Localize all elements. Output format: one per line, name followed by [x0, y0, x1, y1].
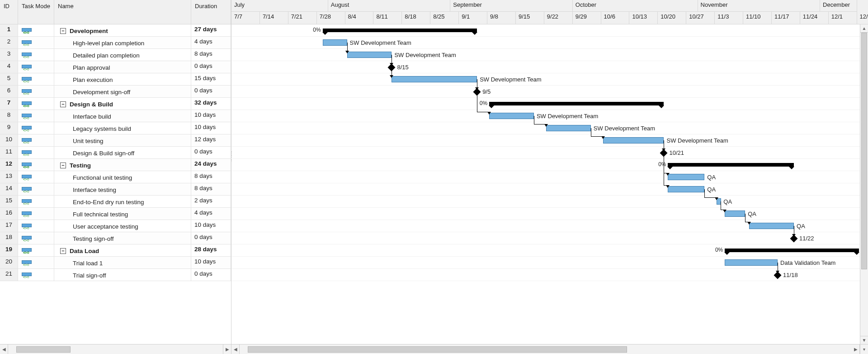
task-duration-cell[interactable]: 4 days — [191, 208, 231, 220]
month-header[interactable]: August — [328, 0, 450, 12]
week-header[interactable]: 10/6 — [601, 12, 630, 24]
row-id[interactable]: 2 — [0, 37, 18, 48]
week-header[interactable]: 11/3 — [715, 12, 743, 24]
week-header[interactable]: 7/21 — [288, 12, 317, 24]
scroll-up-icon[interactable]: ▲ — [860, 24, 868, 33]
task-row[interactable]: 16➪➪Full technical testing4 days — [0, 208, 231, 220]
row-id[interactable]: 15 — [0, 196, 18, 207]
task-name-cell[interactable]: Detailed plan completion — [54, 49, 191, 61]
row-id[interactable]: 19 — [0, 244, 18, 256]
task-row[interactable]: 14➪➪Interface testing8 days — [0, 183, 231, 196]
task-row[interactable]: 4➪➪Plan approval0 days — [0, 61, 231, 73]
week-header[interactable]: 11/10 — [743, 12, 772, 24]
row-id[interactable]: 18 — [0, 232, 18, 244]
row-id[interactable]: 1 — [0, 24, 18, 36]
task-name-cell[interactable]: Testing sign-off — [54, 232, 191, 244]
task-name-cell[interactable]: Plan approval — [54, 61, 191, 73]
task-row[interactable]: 3➪➪Detailed plan completion8 days — [0, 49, 231, 61]
task-name-cell[interactable]: Full technical testing — [54, 208, 191, 220]
task-name-cell[interactable]: Functional unit testing — [54, 171, 191, 183]
row-id[interactable]: 5 — [0, 73, 18, 85]
week-header[interactable]: 11/24 — [800, 12, 829, 24]
task-row[interactable]: 5➪➪Plan execution15 days — [0, 73, 231, 86]
row-id[interactable]: 17 — [0, 220, 18, 232]
scroll-down-icon[interactable]: ▼ — [860, 336, 868, 344]
task-duration-cell[interactable]: 0 days — [191, 86, 231, 97]
week-header[interactable]: 8/25 — [430, 12, 459, 24]
task-name-cell[interactable]: Interface build — [54, 110, 191, 122]
week-header[interactable]: 9/15 — [516, 12, 544, 24]
task-duration-cell[interactable]: 28 days — [191, 244, 231, 256]
task-duration-cell[interactable]: 0 days — [191, 147, 231, 158]
month-header[interactable]: December — [820, 0, 857, 12]
task-name-cell[interactable]: Legacy systems build — [54, 122, 191, 134]
task-duration-cell[interactable]: 8 days — [191, 171, 231, 183]
week-header[interactable]: 10/13 — [629, 12, 658, 24]
week-header[interactable]: 9/8 — [487, 12, 516, 24]
task-row[interactable]: 8➪➪Interface build10 days — [0, 110, 231, 122]
task-bar[interactable] — [668, 174, 704, 180]
row-id[interactable]: 21 — [0, 269, 18, 281]
task-duration-cell[interactable]: 24 days — [191, 159, 231, 171]
task-name-cell[interactable]: Trial load 1 — [54, 257, 191, 268]
task-duration-cell[interactable]: 0 days — [191, 232, 231, 244]
month-header[interactable]: July — [231, 0, 328, 12]
summary-bar[interactable] — [489, 102, 664, 105]
task-duration-cell[interactable]: 10 days — [191, 110, 231, 122]
month-header[interactable]: November — [698, 0, 820, 12]
row-id[interactable]: 13 — [0, 171, 18, 183]
week-header[interactable]: 9/29 — [573, 12, 601, 24]
row-id[interactable]: 9 — [0, 122, 18, 134]
month-header[interactable]: October — [573, 0, 698, 12]
week-header[interactable]: 11/17 — [772, 12, 800, 24]
scroll-menu-icon[interactable]: ▾ — [860, 344, 868, 354]
task-name-cell[interactable]: Plan execution — [54, 73, 191, 85]
row-id[interactable]: 20 — [0, 257, 18, 268]
row-id[interactable]: 10 — [0, 134, 18, 146]
gantt-body[interactable]: 0%SW Development TeamSW Development Team… — [231, 24, 868, 344]
week-header[interactable]: 8/18 — [402, 12, 430, 24]
task-name-cell[interactable]: Interface testing — [54, 183, 191, 195]
col-id[interactable]: ID — [0, 0, 18, 24]
task-bar[interactable] — [668, 186, 704, 192]
collapse-icon[interactable]: − — [60, 101, 66, 107]
task-row[interactable]: 6➪➪Development sign-off0 days — [0, 86, 231, 98]
task-name-cell[interactable]: −Development — [54, 24, 191, 36]
task-bar[interactable] — [546, 125, 591, 131]
task-row[interactable]: 21➪➪Trial sign-off0 days — [0, 269, 231, 281]
week-header[interactable]: 12/1 — [829, 12, 857, 24]
task-duration-cell[interactable]: 8 days — [191, 183, 231, 195]
row-id[interactable]: 14 — [0, 183, 18, 195]
task-name-cell[interactable]: High-level plan completion — [54, 37, 191, 48]
task-name-cell[interactable]: End-to-End dry run testing — [54, 196, 191, 207]
task-duration-cell[interactable]: 32 days — [191, 98, 231, 110]
task-row[interactable]: 12➪➪−Testing24 days — [0, 159, 231, 171]
task-duration-cell[interactable]: 10 days — [191, 257, 231, 268]
week-header[interactable]: 8/4 — [345, 12, 374, 24]
col-duration[interactable]: Duration — [191, 0, 231, 24]
task-duration-cell[interactable]: 10 days — [191, 122, 231, 134]
scroll-right-icon[interactable]: ▶ — [223, 344, 231, 354]
task-bar[interactable] — [392, 76, 477, 82]
task-bar[interactable] — [749, 223, 794, 229]
task-row[interactable]: 9➪➪Legacy systems build10 days — [0, 122, 231, 134]
task-bar[interactable] — [323, 39, 347, 46]
week-header[interactable]: 9/1 — [459, 12, 487, 24]
task-row[interactable]: 13➪➪Functional unit testing8 days — [0, 171, 231, 183]
task-duration-cell[interactable]: 12 days — [191, 134, 231, 146]
task-name-cell[interactable]: Design & Build sign-off — [54, 147, 191, 158]
task-row[interactable]: 10➪➪Unit testing12 days — [0, 134, 231, 147]
task-duration-cell[interactable]: 10 days — [191, 220, 231, 232]
row-id[interactable]: 6 — [0, 86, 18, 97]
row-id[interactable]: 11 — [0, 147, 18, 158]
task-name-cell[interactable]: −Data Load — [54, 244, 191, 256]
collapse-icon[interactable]: − — [60, 248, 66, 254]
task-row[interactable]: 1➪➪−Development27 days — [0, 24, 231, 37]
task-bar[interactable] — [603, 137, 664, 144]
task-row[interactable]: 11➪➪Design & Build sign-off0 days — [0, 147, 231, 159]
task-row[interactable]: 17➪➪User acceptance testing10 days — [0, 220, 231, 232]
grid-hscroll[interactable] — [8, 344, 223, 354]
task-bar[interactable] — [725, 259, 778, 266]
task-row[interactable]: 20➪➪Trial load 110 days — [0, 257, 231, 269]
week-header[interactable]: 10/27 — [686, 12, 715, 24]
